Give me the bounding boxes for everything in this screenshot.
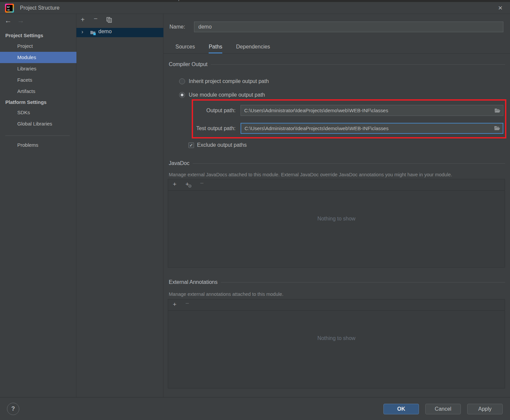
ok-button[interactable]: OK bbox=[383, 404, 419, 414]
project-settings-header: Project Settings bbox=[0, 32, 76, 40]
sidebar-item-modules[interactable]: Modules bbox=[0, 52, 76, 63]
chevron-right-icon[interactable]: › bbox=[81, 29, 83, 35]
radio-unselected-icon[interactable] bbox=[179, 78, 185, 84]
sidebar-item-global-libraries[interactable]: Global Libraries bbox=[0, 118, 76, 129]
javadoc-list-panel: + + − Nothing to show bbox=[168, 179, 505, 268]
output-path-label: Output path: bbox=[182, 105, 236, 116]
forward-arrow-icon: → bbox=[17, 17, 24, 25]
module-name-input[interactable]: demo bbox=[194, 22, 503, 32]
help-icon[interactable]: ? bbox=[7, 403, 19, 415]
external-annotations-toolbar: + − bbox=[168, 299, 505, 311]
add-javadoc-url-icon[interactable]: + bbox=[185, 181, 189, 188]
tab-sources[interactable]: Sources bbox=[175, 42, 195, 53]
tab-paths[interactable]: Paths bbox=[209, 42, 222, 53]
globe-icon bbox=[188, 185, 191, 188]
sidebar-item-libraries[interactable]: Libraries bbox=[0, 63, 76, 74]
module-tree-row-demo[interactable]: › demo bbox=[76, 28, 163, 37]
project-structure-dialog: Code Refactor Build Run Tools VCS Window… bbox=[0, 0, 510, 420]
external-annotations-list-panel: + − Nothing to show bbox=[168, 299, 505, 388]
inherit-output-label: Inherit project compile output path bbox=[189, 78, 269, 84]
javadoc-empty-text: Nothing to show bbox=[168, 216, 505, 222]
section-rule bbox=[221, 282, 505, 283]
section-rule bbox=[211, 64, 505, 65]
module-output-label: Use module compile output path bbox=[189, 92, 265, 98]
section-rule bbox=[193, 163, 505, 164]
intellij-logo-icon: IJ bbox=[5, 4, 14, 13]
external-annotations-empty-text: Nothing to show bbox=[168, 335, 505, 341]
sidebar-item-project[interactable]: Project bbox=[0, 41, 76, 52]
module-folder-icon bbox=[90, 30, 96, 36]
sidebar-item-artifacts[interactable]: Artifacts bbox=[0, 86, 76, 97]
back-arrow-icon[interactable]: ← bbox=[5, 17, 12, 25]
exclude-output-paths-row[interactable]: ✓ Exclude output paths bbox=[188, 142, 247, 148]
background-menu-text: Code Refactor Build Run Tools VCS Window… bbox=[17, 0, 181, 1]
browse-folder-icon[interactable] bbox=[494, 126, 500, 130]
test-output-path-label: Test output path: bbox=[182, 123, 236, 134]
copy-module-icon[interactable] bbox=[106, 17, 112, 23]
test-output-path-value: C:\Users\Administrator\IdeaProjects\demo… bbox=[245, 126, 388, 131]
browse-folder-icon[interactable] bbox=[494, 108, 501, 113]
inherit-output-radio-row[interactable]: Inherit project compile output path bbox=[179, 77, 269, 86]
dialog-title: Project Structure bbox=[20, 5, 59, 11]
test-output-path-input[interactable]: C:\Users\Administrator\IdeaProjects\demo… bbox=[241, 123, 503, 134]
add-module-icon[interactable]: + bbox=[81, 16, 85, 24]
external-annotations-title: External Annotations bbox=[169, 279, 218, 285]
dialog-footer: ? OK Cancel Apply bbox=[0, 397, 510, 420]
module-name-label: demo bbox=[98, 29, 112, 35]
name-label: Name: bbox=[169, 22, 185, 32]
radio-selected-icon[interactable] bbox=[179, 92, 185, 98]
cancel-button[interactable]: Cancel bbox=[425, 404, 461, 414]
close-icon[interactable]: ✕ bbox=[498, 5, 503, 12]
javadoc-section-header: JavaDoc bbox=[169, 159, 505, 167]
javadoc-toolbar: + + − bbox=[168, 179, 505, 191]
remove-module-icon[interactable]: − bbox=[94, 15, 98, 23]
exclude-output-paths-label: Exclude output paths bbox=[197, 142, 247, 148]
add-javadoc-icon[interactable]: + bbox=[173, 181, 176, 188]
sidebar-item-facets[interactable]: Facets bbox=[0, 74, 76, 86]
tab-dependencies[interactable]: Dependencies bbox=[236, 42, 270, 53]
compiler-output-title: Compiler Output bbox=[169, 61, 208, 67]
checkbox-checked-icon[interactable]: ✓ bbox=[188, 142, 194, 148]
output-path-value: C:\Users\Administrator\IdeaProjects\demo… bbox=[244, 108, 388, 113]
remove-javadoc-icon: − bbox=[200, 180, 204, 187]
remove-annotation-root-icon: − bbox=[185, 300, 189, 307]
external-annotations-description: Manage external annotations attached to … bbox=[169, 292, 283, 297]
output-path-input[interactable]: C:\Users\Administrator\IdeaProjects\demo… bbox=[241, 105, 503, 116]
sidebar-item-sdks[interactable]: SDKs bbox=[0, 107, 76, 118]
javadoc-description: Manage external JavaDocs attached to thi… bbox=[169, 172, 452, 177]
add-annotation-root-icon[interactable]: + bbox=[173, 301, 176, 308]
external-annotations-section-header: External Annotations bbox=[169, 278, 505, 286]
sidebar-item-problems[interactable]: Problems bbox=[0, 139, 76, 151]
module-tabs: Sources Paths Dependencies bbox=[163, 42, 510, 54]
apply-button[interactable]: Apply bbox=[467, 404, 503, 414]
module-editor: Name: demo Sources Paths Dependencies Co… bbox=[163, 14, 510, 397]
module-tree-panel: + − › demo bbox=[76, 14, 163, 397]
platform-settings-header: Platform Settings bbox=[0, 98, 76, 106]
settings-sidebar: ← → Project Settings Project Modules Lib… bbox=[0, 14, 76, 397]
sidebar-divider bbox=[5, 135, 70, 136]
module-tree-toolbar: + − bbox=[76, 14, 163, 27]
compiler-output-section-header: Compiler Output bbox=[169, 60, 505, 68]
dialog-titlebar: IJ Project Structure ✕ bbox=[0, 2, 510, 14]
module-output-radio-row[interactable]: Use module compile output path bbox=[179, 91, 265, 99]
javadoc-title: JavaDoc bbox=[169, 160, 189, 166]
